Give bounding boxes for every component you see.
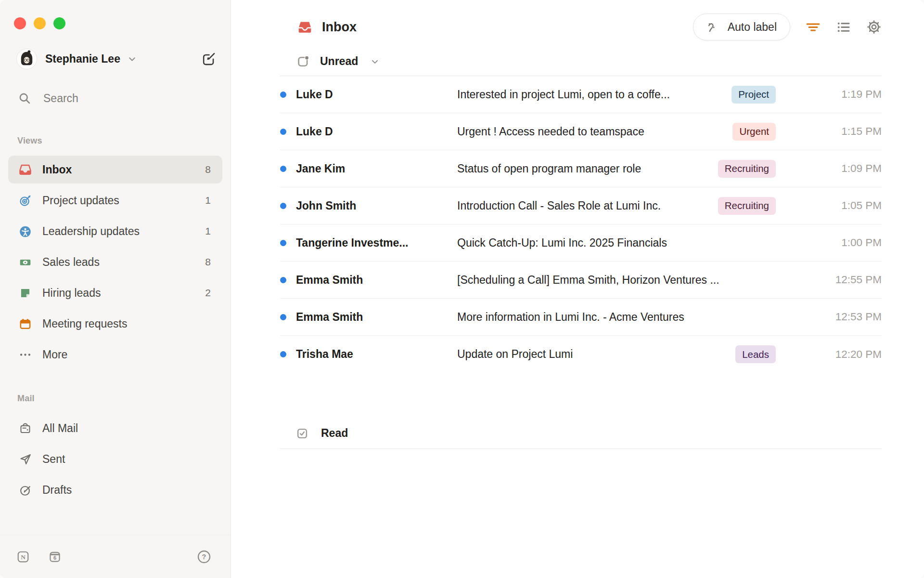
- unread-dot: [280, 203, 286, 209]
- email-tag[interactable]: Urgent: [732, 123, 776, 141]
- checked-checkbox-icon: [296, 427, 308, 440]
- email-subject: Urgent ! Access needed to teamspace: [457, 125, 721, 138]
- email-subject: Status of open program manager role: [457, 162, 706, 175]
- read-section-label: Read: [321, 427, 348, 440]
- sidebar-item-more[interactable]: More: [8, 341, 222, 368]
- account-switcher[interactable]: Stephanie Lee: [16, 48, 216, 69]
- email-time: 1:19 PM: [819, 88, 882, 101]
- email-sender: Tangerine Investme...: [296, 236, 448, 250]
- sidebar-item-count: 8: [205, 164, 216, 175]
- email-sender: John Smith: [296, 199, 448, 212]
- email-time: 12:55 PM: [819, 274, 882, 286]
- sidebar-item-label: Leadership updates: [42, 225, 140, 238]
- search-input[interactable]: Search: [18, 92, 216, 105]
- window-controls: [14, 17, 65, 29]
- settings-gear-icon[interactable]: [866, 19, 882, 35]
- email-tag[interactable]: Leads: [735, 345, 776, 363]
- chevron-down-icon: [127, 54, 137, 64]
- sidebar-item-label: Sales leads: [42, 256, 100, 269]
- unread-dot: [280, 240, 286, 246]
- email-row[interactable]: Luke D Urgent ! Access needed to teamspa…: [280, 113, 882, 150]
- unread-dot: [280, 129, 286, 135]
- email-row[interactable]: Emma Smith [Scheduling a Call] Emma Smit…: [280, 262, 882, 299]
- email-list: Luke D Interested in project Lumi, open …: [280, 76, 882, 373]
- list-view-icon[interactable]: [836, 20, 851, 35]
- views-nav: Inbox 8 Project updates 1: [0, 156, 231, 371]
- email-sender: Trisha Mae: [296, 348, 448, 361]
- sidebar-item-inbox[interactable]: Inbox 8: [8, 156, 222, 184]
- sidebar-item-sent[interactable]: Sent: [8, 445, 222, 473]
- email-time: 1:00 PM: [819, 236, 882, 249]
- email-subject: [Scheduling a Call] Emma Smith, Horizon …: [457, 274, 808, 287]
- sidebar-item-label: Hiring leads: [42, 287, 101, 300]
- sidebar-item-label: Project updates: [42, 194, 119, 207]
- ellipsis-icon: [19, 348, 32, 361]
- page-title: Inbox: [322, 20, 357, 35]
- sidebar-item-sales-leads[interactable]: Sales leads 8: [8, 248, 222, 276]
- sidebar-item-all-mail[interactable]: All Mail: [8, 414, 222, 442]
- chevron-down-icon[interactable]: [370, 57, 380, 66]
- email-subject: Interested in project Lumi, open to a co…: [457, 88, 720, 101]
- svg-text:?: ?: [202, 553, 206, 561]
- sidebar-item-project-updates[interactable]: Project updates 1: [8, 186, 222, 214]
- sidebar-item-hiring-leads[interactable]: Hiring leads 2: [8, 279, 222, 307]
- email-time: 1:15 PM: [819, 125, 882, 138]
- main-panel: Inbox Auto label: [231, 0, 924, 578]
- sidebar-item-label: Inbox: [42, 163, 72, 176]
- inbox-icon: [297, 20, 312, 35]
- search-icon: [18, 92, 31, 105]
- notion-logo-icon[interactable]: N: [16, 550, 30, 564]
- email-row[interactable]: John Smith Introduction Call - Sales Rol…: [280, 187, 882, 224]
- zoom-window-button[interactable]: [53, 17, 65, 29]
- sidebar-item-count: 1: [205, 195, 216, 206]
- help-icon[interactable]: ?: [197, 550, 211, 564]
- email-tag[interactable]: Project: [732, 86, 776, 104]
- banknote-icon: [19, 256, 32, 269]
- sidebar-item-count: 1: [205, 225, 216, 237]
- note-icon: [19, 287, 32, 300]
- target-icon: [19, 194, 32, 207]
- close-window-button[interactable]: [14, 17, 26, 29]
- email-sender: Jane Kim: [296, 162, 448, 175]
- section-header-mail: Mail: [17, 394, 231, 404]
- email-row[interactable]: Jane Kim Status of open program manager …: [280, 150, 882, 187]
- sidebar-item-count: 8: [205, 256, 216, 268]
- email-sender: Emma Smith: [296, 274, 448, 287]
- unread-dot: [280, 277, 286, 283]
- email-subject: Introduction Call - Sales Role at Lumi I…: [457, 199, 706, 212]
- sidebar-item-label: Drafts: [42, 484, 72, 497]
- inbox-icon: [19, 163, 32, 176]
- auto-label-button-label: Auto label: [728, 21, 777, 34]
- email-row[interactable]: Tangerine Investme... Quick Catch-Up: Lu…: [280, 224, 882, 262]
- email-row[interactable]: Trisha Mae Update on Project Lumi Leads …: [280, 336, 882, 373]
- email-sender: Luke D: [296, 88, 448, 101]
- mailbox-icon: [19, 422, 32, 435]
- search-placeholder: Search: [43, 92, 78, 105]
- email-row[interactable]: Emma Smith More information in Lumi Inc.…: [280, 299, 882, 336]
- svg-text:6: 6: [53, 555, 56, 561]
- sidebar-item-drafts[interactable]: Drafts: [8, 476, 222, 504]
- unread-section-header[interactable]: Unread: [280, 47, 882, 76]
- filter-icon[interactable]: [806, 20, 821, 35]
- minimize-window-button[interactable]: [34, 17, 46, 29]
- email-sender: Emma Smith: [296, 311, 448, 324]
- auto-label-button[interactable]: Auto label: [693, 13, 790, 40]
- email-tag[interactable]: Recruiting: [718, 160, 776, 178]
- svg-text:N: N: [21, 553, 26, 561]
- email-tag[interactable]: Recruiting: [718, 197, 776, 215]
- mail-nav: All Mail Sent: [0, 414, 231, 507]
- email-time: 12:53 PM: [819, 311, 882, 323]
- accessibility-icon: [19, 225, 32, 238]
- email-row[interactable]: Luke D Interested in project Lumi, open …: [280, 76, 882, 113]
- compose-icon[interactable]: [201, 52, 216, 66]
- sidebar-item-meeting-requests[interactable]: Meeting requests: [8, 310, 222, 338]
- email-subject: More information in Lumi Inc. - Acme Ven…: [457, 311, 808, 324]
- sidebar-item-leadership-updates[interactable]: Leadership updates 1: [8, 217, 222, 245]
- email-time: 12:20 PM: [819, 348, 882, 361]
- unread-square-icon: [296, 55, 309, 68]
- read-section-header[interactable]: Read: [280, 418, 882, 449]
- sidebar-item-label: All Mail: [42, 422, 78, 435]
- draft-icon: [19, 484, 32, 497]
- sidebar-item-label: Sent: [42, 453, 65, 466]
- calendar-date-icon[interactable]: 6: [48, 550, 62, 564]
